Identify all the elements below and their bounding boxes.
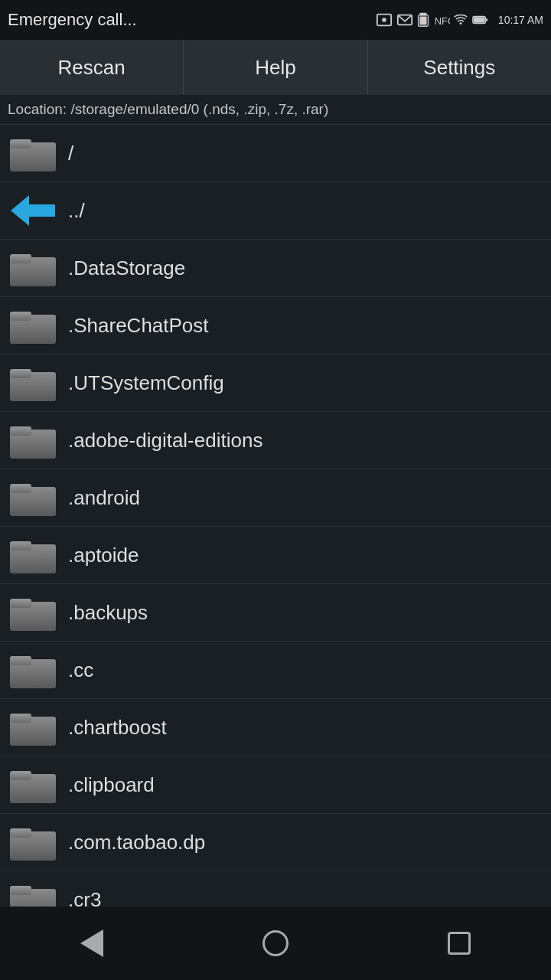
folder-shape-icon [10,881,56,906]
folder-icon [8,592,57,634]
svg-rect-19 [10,369,31,378]
folder-shape-icon [10,537,56,573]
file-name-label: .cc [68,658,93,682]
list-item[interactable]: .cc [0,642,551,699]
help-button[interactable]: Help [184,40,367,95]
nav-bar [0,906,551,980]
svg-point-1 [382,18,386,22]
mail-icon [396,11,413,28]
svg-rect-21 [10,426,31,436]
home-nav-icon [262,930,289,956]
list-item[interactable]: ../ [0,182,551,240]
file-name-label: .backups [68,601,148,625]
status-bar-title: Emergency call... [8,10,376,30]
svg-rect-31 [10,714,31,723]
folder-icon [8,649,57,691]
folder-icon [8,305,57,347]
folder-shape-icon [10,135,56,172]
list-item[interactable]: .aptoide [0,527,551,584]
folder-icon [8,247,57,289]
folder-shape-icon [10,709,56,746]
back-nav-button[interactable] [61,920,122,966]
photo-icon [376,11,393,28]
list-item[interactable]: .ShareChatPost [0,297,551,354]
list-item[interactable]: .DataStorage [0,240,551,297]
svg-rect-29 [10,656,31,665]
folder-icon [8,879,57,907]
folder-shape-icon [10,479,56,516]
file-name-label: .cr3 [68,888,101,907]
location-bar: Location: /storage/emulated/0 (.nds, .zi… [0,95,551,125]
list-item[interactable]: .android [0,469,551,527]
svg-rect-35 [10,828,31,838]
status-bar-time: 10:17 AM [498,14,543,26]
battery-icon [471,11,488,28]
list-item[interactable]: .clipboard [0,756,551,814]
arrow-left-icon [11,194,55,227]
folder-icon [8,420,57,462]
folder-shape-icon [10,307,56,344]
svg-rect-25 [10,541,31,550]
list-item[interactable]: .UTSystemConfig [0,354,551,412]
list-item[interactable]: .chartboost [0,699,551,756]
recent-nav-icon [448,932,471,955]
rescan-button[interactable]: Rescan [0,40,184,95]
svg-rect-33 [10,771,31,780]
svg-text:NFC: NFC [435,15,450,27]
file-name-label: ../ [68,199,85,223]
file-list[interactable]: / ../ [0,125,551,906]
location-label: Location: /storage/emulated/0 (.nds, .zi… [8,101,328,117]
folder-icon [8,534,57,577]
file-name-label: .chartboost [68,716,167,740]
list-item[interactable]: .adobe-digital-editions [0,412,551,469]
status-bar-icons: NFC 10:17 AM [376,11,543,28]
svg-rect-17 [10,312,31,321]
file-name-label: .ShareChatPost [68,314,209,338]
folder-icon [8,362,57,404]
svg-rect-23 [10,484,31,493]
file-name-label: .UTSystemConfig [68,371,224,395]
folder-shape-icon [10,422,56,459]
back-nav-icon [80,929,103,957]
folder-icon [8,764,57,806]
file-name-label: .DataStorage [68,256,185,280]
folder-shape-icon [10,824,56,861]
folder-icon [8,707,57,749]
folder-icon [8,132,57,175]
file-name-label: .com.taobao.dp [68,831,205,854]
folder-shape-icon [10,250,56,286]
list-item[interactable]: .com.taobao.dp [0,814,551,871]
svg-rect-9 [485,18,487,21]
folder-shape-icon [10,364,56,401]
svg-rect-15 [10,254,31,263]
file-name-label: / [68,142,73,165]
file-name-label: .clipboard [68,773,155,797]
svg-rect-27 [10,599,31,608]
svg-rect-37 [10,886,31,895]
file-name-label: .adobe-digital-editions [68,429,262,452]
svg-marker-13 [11,195,55,226]
list-item[interactable]: .cr3 [0,871,551,906]
battery-status-icon [417,11,429,28]
svg-rect-5 [419,16,426,24]
toolbar: Rescan Help Settings [0,40,551,95]
folder-shape-icon [10,594,56,631]
folder-shape-icon [10,766,56,803]
back-folder-icon [8,190,57,232]
folder-icon [8,477,57,519]
folder-icon [8,822,57,864]
wifi-icon [454,11,468,28]
folder-shape-icon [10,652,56,688]
settings-button[interactable]: Settings [368,40,551,95]
svg-point-7 [459,22,461,24]
recent-nav-button[interactable] [429,920,490,966]
list-item[interactable]: .backups [0,584,551,642]
nfc-icon: NFC [433,11,450,28]
list-item[interactable]: / [0,125,551,182]
svg-rect-12 [10,139,31,149]
home-nav-button[interactable] [245,920,306,966]
file-name-label: .android [68,486,140,510]
file-name-label: .aptoide [68,544,139,567]
svg-rect-10 [474,17,485,22]
status-bar: Emergency call... NFC 10:17 AM [0,0,551,40]
